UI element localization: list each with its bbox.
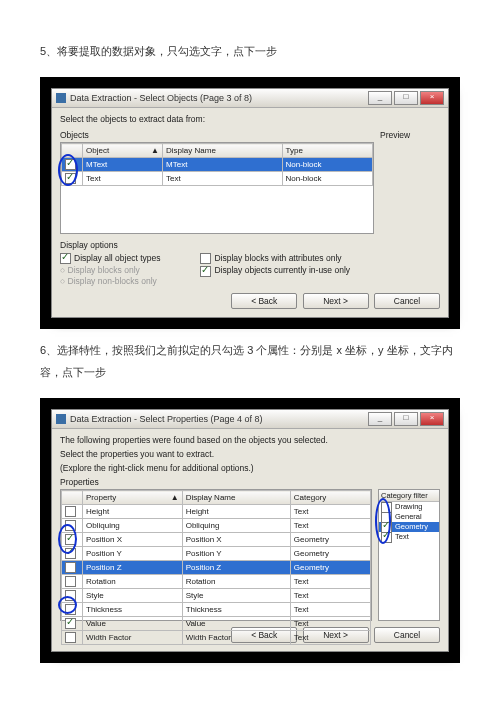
minimize-button[interactable]: _ xyxy=(368,91,392,105)
opt-in-use[interactable]: Display objects currently in-use only xyxy=(200,265,350,276)
col-object[interactable]: Object ▲ xyxy=(83,144,163,158)
table-row[interactable]: StyleStyleText xyxy=(62,589,371,603)
row-checkbox[interactable] xyxy=(65,618,76,629)
opt-all-types[interactable]: Display all object types xyxy=(60,253,160,264)
minimize-button[interactable]: _ xyxy=(368,412,392,426)
instruction-line-1: The following properties were found base… xyxy=(60,435,440,445)
next-button[interactable]: Next > xyxy=(303,293,369,309)
app-icon xyxy=(56,93,66,103)
titlebar: Data Extraction - Select Objects (Page 3… xyxy=(52,89,448,108)
cancel-button[interactable]: Cancel xyxy=(374,627,440,643)
row-checkbox[interactable] xyxy=(65,159,76,170)
objects-label: Objects xyxy=(60,130,374,140)
row-checkbox[interactable] xyxy=(65,520,76,531)
dialog-select-objects: Data Extraction - Select Objects (Page 3… xyxy=(51,88,449,318)
category-filter[interactable]: Category filter DrawingGeneralGeometryTe… xyxy=(378,489,440,621)
maximize-button[interactable]: □ xyxy=(394,412,418,426)
close-button[interactable]: × xyxy=(420,412,444,426)
col-category[interactable]: Category xyxy=(290,491,370,505)
preview-label: Preview xyxy=(380,130,440,140)
table-row[interactable]: HeightHeightText xyxy=(62,505,371,519)
table-row[interactable]: Width FactorWidth FactorText xyxy=(62,631,371,645)
col-display[interactable]: Display Name xyxy=(163,144,282,158)
table-row[interactable]: Position ZPosition ZGeometry xyxy=(62,561,371,575)
instruction-line-3: (Explore the right-click menu for additi… xyxy=(60,463,440,473)
col-type[interactable]: Type xyxy=(282,144,373,158)
category-filter-item[interactable]: Text xyxy=(379,532,439,542)
app-icon xyxy=(56,414,66,424)
maximize-button[interactable]: □ xyxy=(394,91,418,105)
instruction-text: Select the objects to extract data from: xyxy=(60,114,440,124)
row-checkbox[interactable] xyxy=(65,562,76,573)
titlebar: Data Extraction - Select Properties (Pag… xyxy=(52,410,448,429)
step5-text: 5、将要提取的数据对象，只勾选文字，点下一步 xyxy=(40,40,460,62)
close-button[interactable]: × xyxy=(420,91,444,105)
row-checkbox[interactable] xyxy=(65,604,76,615)
table-row[interactable]: ValueValueText xyxy=(62,617,371,631)
category-filter-item[interactable]: Drawing xyxy=(379,502,439,512)
opt-nonblocks-only: ○ Display non-blocks only xyxy=(60,276,160,286)
row-checkbox[interactable] xyxy=(65,576,76,587)
row-checkbox[interactable] xyxy=(65,548,76,559)
dialog-title: Data Extraction - Select Objects (Page 3… xyxy=(70,93,366,103)
dialog-select-properties: Data Extraction - Select Properties (Pag… xyxy=(51,409,449,652)
dialog-title: Data Extraction - Select Properties (Pag… xyxy=(70,414,366,424)
opt-blocks-only: ○ Display blocks only xyxy=(60,265,160,275)
table-row[interactable]: Position YPosition YGeometry xyxy=(62,547,371,561)
row-checkbox[interactable] xyxy=(65,590,76,601)
opt-blocks-attrs[interactable]: Display blocks with attributes only xyxy=(200,253,350,264)
table-row[interactable]: RotationRotationText xyxy=(62,575,371,589)
row-checkbox[interactable] xyxy=(65,173,76,184)
properties-table[interactable]: Property ▲ Display Name Category HeightH… xyxy=(60,489,372,621)
col-property[interactable]: Property ▲ xyxy=(83,491,183,505)
row-checkbox[interactable] xyxy=(65,534,76,545)
step6-text: 6、选择特性，按照我们之前拟定的只勾选 3 个属性：分别是 x 坐标，y 坐标，… xyxy=(40,339,460,383)
table-row[interactable]: ThicknessThicknessText xyxy=(62,603,371,617)
row-checkbox[interactable] xyxy=(65,506,76,517)
instruction-line-2: Select the properties you want to extrac… xyxy=(60,449,440,459)
display-options: Display options Display all object types… xyxy=(60,240,440,287)
properties-label: Properties xyxy=(60,477,440,487)
col-display[interactable]: Display Name xyxy=(182,491,290,505)
category-filter-header: Category filter xyxy=(379,490,439,502)
row-checkbox[interactable] xyxy=(65,632,76,643)
table-row[interactable]: Position XPosition XGeometry xyxy=(62,533,371,547)
screenshot-2: Data Extraction - Select Properties (Pag… xyxy=(40,398,460,663)
screenshot-1: Data Extraction - Select Objects (Page 3… xyxy=(40,77,460,329)
cancel-button[interactable]: Cancel xyxy=(374,293,440,309)
back-button[interactable]: < Back xyxy=(231,293,297,309)
table-row[interactable]: Text Text Non-block xyxy=(62,172,373,186)
table-row[interactable]: ObliquingObliquingText xyxy=(62,519,371,533)
objects-table[interactable]: Object ▲ Display Name Type MText MText N… xyxy=(60,142,374,234)
table-row[interactable]: MText MText Non-block xyxy=(62,158,373,172)
